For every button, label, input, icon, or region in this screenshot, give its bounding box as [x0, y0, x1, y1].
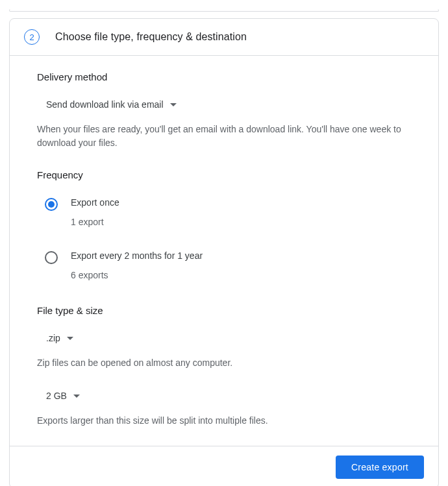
chevron-down-icon [67, 337, 73, 340]
radio-label: Export once [71, 197, 403, 208]
card-footer: Create export [10, 446, 438, 486]
delivery-method-dropdown[interactable]: Send download link via email [37, 94, 183, 115]
filesize-value: 2 GB [46, 391, 67, 401]
frequency-option-recurring[interactable]: Export every 2 months for 1 year 6 expor… [37, 245, 411, 286]
delivery-method-label: Delivery method [37, 71, 411, 82]
chevron-down-icon [170, 103, 177, 106]
filetype-value: .zip [46, 333, 60, 343]
filetype-help-text: Zip files can be opened on almost any co… [37, 356, 411, 370]
filetype-dropdown[interactable]: .zip [37, 328, 80, 348]
card-header: 2 Choose file type, frequency & destinat… [10, 19, 438, 56]
filesize-dropdown[interactable]: 2 GB [37, 385, 86, 406]
radio-label: Export every 2 months for 1 year [71, 250, 403, 261]
delivery-help-text: When your files are ready, you'll get an… [37, 123, 411, 150]
filesize-help-text: Exports larger than this size will be sp… [37, 414, 411, 428]
chevron-down-icon [73, 395, 80, 398]
card-body: Delivery method Send download link via e… [10, 56, 438, 446]
radio-content: Export once 1 export [71, 197, 403, 227]
radio-icon [45, 251, 58, 264]
step-card: 2 Choose file type, frequency & destinat… [9, 18, 439, 486]
radio-icon [45, 198, 58, 211]
frequency-label: Frequency [37, 169, 411, 180]
card-title: Choose file type, frequency & destinatio… [55, 31, 247, 43]
step-number-badge: 2 [24, 29, 40, 45]
frequency-radio-group: Export once 1 export Export every 2 mont… [37, 192, 411, 286]
create-export-button[interactable]: Create export [336, 456, 424, 479]
delivery-method-value: Send download link via email [46, 99, 164, 110]
radio-sublabel: 1 export [71, 217, 403, 227]
radio-sublabel: 6 exports [71, 270, 403, 280]
radio-content: Export every 2 months for 1 year 6 expor… [71, 250, 403, 280]
previous-card-peek [9, 9, 439, 12]
frequency-option-once[interactable]: Export once 1 export [37, 192, 411, 232]
filetype-label: File type & size [37, 305, 411, 316]
